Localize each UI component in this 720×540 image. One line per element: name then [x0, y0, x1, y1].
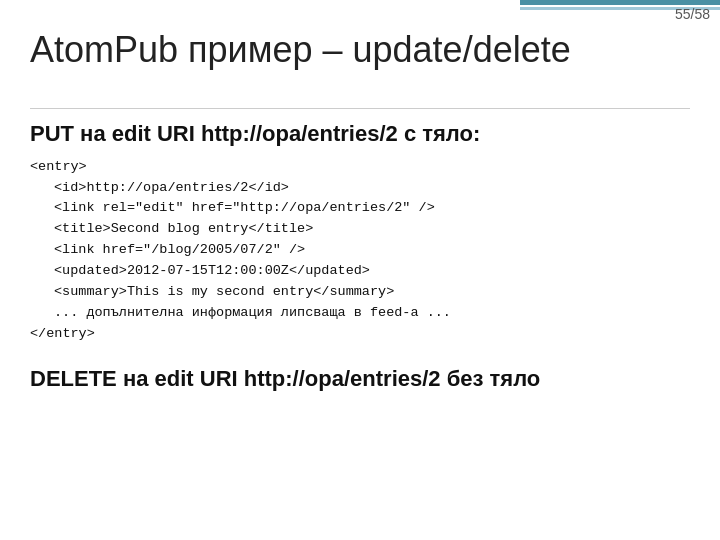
top-bar-dark	[520, 0, 720, 5]
divider	[30, 108, 690, 109]
code-line-7: ... допълнителна информация липсваща в f…	[54, 303, 690, 324]
slide-title: AtomPub пример – update/delete	[30, 28, 690, 71]
code-line-8: </entry>	[30, 324, 690, 345]
code-line-2: <link rel="edit" href="http://opa/entrie…	[54, 198, 690, 219]
slide-number: 55/58	[675, 6, 710, 22]
code-line-1: <id>http://opa/entries/2</id>	[54, 178, 690, 199]
code-line-5: <updated>2012-07-15T12:00:00Z</updated>	[54, 261, 690, 282]
section1-heading: PUT на edit URI http://opa/entries/2 с т…	[30, 120, 690, 149]
section2-heading: DELETE на edit URI http://opa/entries/2 …	[30, 365, 690, 394]
code-line-4: <link href="/blog/2005/07/2" />	[54, 240, 690, 261]
content-area: PUT на edit URI http://opa/entries/2 с т…	[30, 120, 690, 393]
code-block: <entry> <id>http://opa/entries/2</id> <l…	[30, 157, 690, 345]
code-line-0: <entry>	[30, 157, 690, 178]
code-line-3: <title>Second blog entry</title>	[54, 219, 690, 240]
slide: 55/58 AtomPub пример – update/delete PUT…	[0, 0, 720, 540]
code-line-6: <summary>This is my second entry</summar…	[54, 282, 690, 303]
